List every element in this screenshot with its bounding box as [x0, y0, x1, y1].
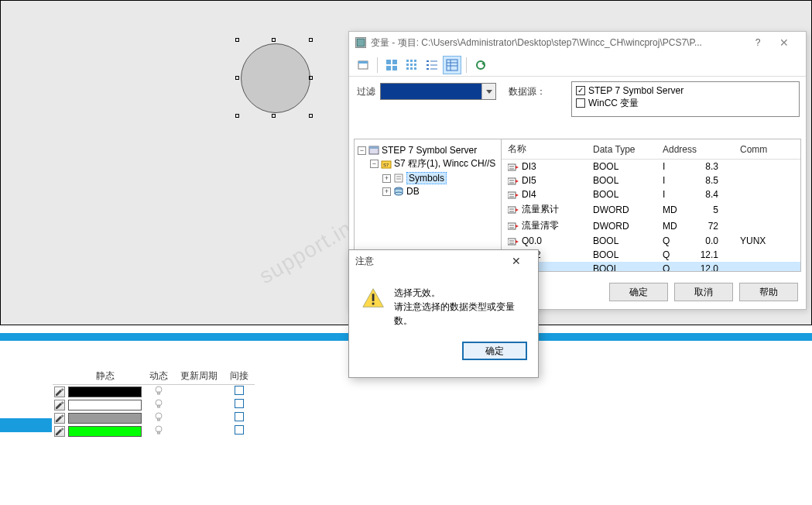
- circle-shape[interactable]: [241, 43, 310, 113]
- list-button[interactable]: [423, 56, 441, 74]
- datasource-item[interactable]: ✓ STEP 7 Symbol Server: [576, 84, 795, 97]
- resize-handle[interactable]: [309, 76, 313, 80]
- details-button[interactable]: [443, 56, 461, 74]
- row-highlight: [0, 418, 52, 432]
- svg-rect-19: [386, 60, 391, 64]
- table-row[interactable]: DI3BOOLI8.3: [502, 160, 800, 174]
- datasource-item[interactable]: WinCC 变量: [576, 97, 795, 109]
- collapse-icon[interactable]: −: [370, 160, 379, 168]
- resize-handle[interactable]: [235, 76, 239, 80]
- color-picker-button[interactable]: [54, 426, 65, 437]
- svg-marker-0: [56, 390, 62, 396]
- tree-label: DB: [406, 186, 420, 197]
- property-row[interactable]: [53, 411, 255, 424]
- dialog-titlebar[interactable]: 变量 - 项目: C:\Users\Administrator\Desktop\…: [349, 32, 806, 53]
- close-button[interactable]: ✕: [769, 36, 800, 49]
- table-row[interactable]: 流量累计DWORDMD5: [502, 201, 800, 218]
- expand-icon[interactable]: +: [382, 174, 391, 183]
- tree-label: Symbols: [406, 172, 447, 184]
- color-picker-button[interactable]: [54, 386, 65, 397]
- property-row[interactable]: [53, 424, 255, 438]
- expand-icon[interactable]: +: [382, 187, 391, 196]
- bulb-icon[interactable]: [154, 399, 163, 408]
- color-swatch[interactable]: [68, 426, 142, 437]
- resize-handle[interactable]: [309, 114, 313, 118]
- col-type[interactable]: Data Type: [587, 139, 656, 160]
- color-swatch[interactable]: [68, 386, 142, 397]
- filter-combo[interactable]: [380, 83, 496, 100]
- svg-rect-31: [414, 67, 416, 70]
- alert-titlebar[interactable]: 注意 ✕: [349, 250, 538, 272]
- datasource-list: ✓ STEP 7 Symbol Server WinCC 变量: [571, 81, 800, 117]
- tree-node-db[interactable]: + DB: [358, 185, 498, 198]
- alert-title: 注意: [355, 255, 501, 268]
- indirect-checkbox[interactable]: [235, 425, 244, 435]
- resize-handle[interactable]: [235, 114, 239, 118]
- list-pane[interactable]: 名称 Data Type Address Comm DI3BOOLI8.3DI5…: [502, 139, 800, 271]
- table-row[interactable]: BOOLQ12.0: [502, 262, 800, 271]
- bulb-icon[interactable]: [154, 425, 163, 435]
- alert-close-button[interactable]: ✕: [501, 255, 532, 267]
- large-icons-button[interactable]: [382, 56, 401, 74]
- svg-point-54: [395, 192, 403, 195]
- col-name[interactable]: 名称: [502, 139, 587, 160]
- color-swatch[interactable]: [68, 413, 142, 424]
- bulb-icon[interactable]: [154, 386, 163, 395]
- toolbar-sep: [466, 57, 467, 73]
- toolbar-btn-1[interactable]: [354, 56, 372, 74]
- svg-rect-25: [414, 60, 416, 62]
- resize-handle[interactable]: [235, 38, 239, 42]
- checkbox-unchecked-icon[interactable]: [576, 98, 585, 108]
- help-button[interactable]: 帮助: [739, 283, 798, 301]
- svg-rect-71: [508, 223, 516, 229]
- property-row[interactable]: [53, 385, 255, 399]
- small-icons-button[interactable]: [403, 56, 421, 74]
- color-swatch[interactable]: [68, 400, 142, 411]
- svg-marker-12: [56, 429, 62, 435]
- table-row[interactable]: DI5BOOLI8.5: [502, 173, 800, 187]
- table-row[interactable]: 流量清零DWORDMD72: [502, 218, 800, 234]
- svg-rect-29: [406, 67, 409, 70]
- chevron-down-icon[interactable]: [481, 84, 495, 99]
- indirect-checkbox[interactable]: [235, 412, 244, 421]
- collapse-icon[interactable]: −: [358, 146, 366, 155]
- ok-button[interactable]: 确定: [609, 283, 668, 301]
- alert-ok-button[interactable]: 确定: [462, 342, 527, 360]
- svg-rect-22: [392, 66, 397, 70]
- app-icon: [355, 37, 366, 48]
- svg-rect-23: [406, 60, 409, 62]
- bulb-icon[interactable]: [154, 412, 163, 421]
- alert-line2: 请注意选择的数据类型或变量数。: [394, 300, 526, 328]
- property-row[interactable]: [53, 398, 255, 411]
- tree-node-symbols[interactable]: + Symbols: [358, 171, 498, 185]
- resize-handle[interactable]: [272, 38, 276, 42]
- indirect-checkbox[interactable]: [235, 386, 244, 395]
- color-picker-button[interactable]: [54, 413, 65, 424]
- table-row[interactable]: Q0.0BOOLQ0.0YUNX: [502, 234, 800, 248]
- help-button[interactable]: ?: [747, 37, 769, 48]
- svg-rect-46: [369, 146, 379, 149]
- filter-label: 过滤: [357, 85, 375, 98]
- table-row[interactable]: DO2BOOLQ12.1: [502, 248, 800, 262]
- cancel-button[interactable]: 取消: [674, 283, 733, 301]
- checkbox-checked-icon[interactable]: ✓: [576, 86, 585, 95]
- tree-node-root[interactable]: − STEP 7 Symbol Server: [358, 144, 498, 156]
- svg-rect-49: [395, 174, 403, 182]
- refresh-button[interactable]: [471, 56, 490, 74]
- col-addr[interactable]: Address: [656, 139, 734, 160]
- resize-handle[interactable]: [309, 38, 313, 42]
- svg-rect-67: [508, 207, 516, 213]
- svg-marker-58: [516, 166, 519, 169]
- svg-marker-62: [516, 180, 519, 183]
- color-picker-button[interactable]: [54, 400, 65, 411]
- list-header-row[interactable]: 名称 Data Type Address Comm: [502, 139, 800, 160]
- table-row[interactable]: DI4BOOLI8.4: [502, 187, 800, 201]
- svg-rect-32: [427, 60, 429, 62]
- resize-handle[interactable]: [272, 114, 276, 118]
- tree-node-program[interactable]: − S7 S7 程序(1), Wincc CH//S: [358, 156, 498, 171]
- indirect-checkbox[interactable]: [235, 399, 244, 408]
- datasource-label-text: WinCC 变量: [588, 97, 639, 109]
- db-icon: [393, 186, 404, 197]
- program-icon: S7: [381, 159, 392, 170]
- col-comment[interactable]: Comm: [734, 139, 800, 160]
